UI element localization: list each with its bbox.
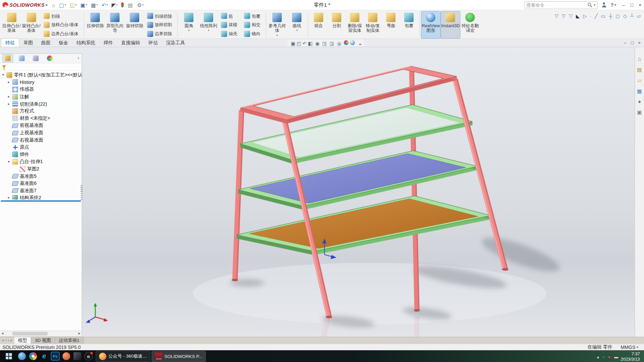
tree-item[interactable]: 右视基准面: [0, 137, 82, 144]
view-orientation-icon[interactable]: ◳▾: [322, 39, 326, 47]
tree-item[interactable]: 基准面5: [0, 172, 82, 180]
displaymanager-tab[interactable]: [44, 54, 55, 62]
sketch-tool-icon[interactable]: ◇: [623, 13, 627, 18]
tray-alert-icon[interactable]: ●: [608, 353, 610, 360]
ribbon-button[interactable]: 相交: [242, 21, 264, 29]
search-caret-icon[interactable]: ▾: [594, 3, 595, 7]
app-dark-icon[interactable]: [72, 350, 83, 362]
configurationmanager-tab[interactable]: [31, 54, 41, 62]
expand-arrow-icon[interactable]: ▾: [1, 73, 5, 77]
task-360-browser[interactable]: 公众号 - 360极速…: [96, 351, 150, 362]
point-icon[interactable]: ∙: [590, 13, 591, 18]
file-explorer-icon[interactable]: ▱: [637, 77, 641, 83]
ribbon-button[interactable]: 放样切割: [145, 21, 175, 29]
ribbon-button[interactable]: 删除/保留实体: [346, 11, 364, 39]
expand-arrow-icon[interactable]: ▾: [7, 160, 11, 164]
ribbon-button[interactable]: 筋: [219, 12, 241, 20]
ribbon-button[interactable]: 异型孔向导: [105, 11, 125, 39]
scrollbar-track[interactable]: [5, 332, 77, 335]
resources-icon[interactable]: ⌂: [638, 56, 641, 62]
rebuild-icon[interactable]: [121, 2, 124, 7]
zoom-fit-icon[interactable]: ▣: [291, 39, 293, 47]
tray-expand-icon[interactable]: ▴: [597, 353, 599, 360]
tree-item[interactable]: ▾ 零件1 (默认<按加工工艺><<默认>_显示状: [0, 71, 82, 79]
ribbon-button[interactable]: 拔模: [219, 21, 241, 29]
new-document-icon[interactable]: ▢ ▾: [59, 2, 66, 8]
browser-360-icon[interactable]: o: [83, 350, 94, 362]
tab-scroll-end-icon[interactable]: »: [10, 338, 12, 342]
minimize-button[interactable]: –: [622, 2, 625, 8]
filter-edges-icon[interactable]: ▽: [562, 13, 565, 18]
user-account-icon[interactable]: [601, 2, 607, 8]
open-icon[interactable]: ◱ ▾: [70, 2, 77, 8]
tab-scroll-start-icon[interactable]: «: [2, 338, 4, 342]
section-view-icon[interactable]: ◧▾: [308, 39, 312, 47]
save-icon[interactable]: ▣ ▾: [80, 2, 87, 8]
browser-blue-icon[interactable]: [16, 350, 28, 362]
command-tab[interactable]: 草图: [19, 39, 37, 47]
ribbon-button[interactable]: 特征名翻译宏: [460, 11, 480, 39]
brand-expand-icon[interactable]: ▸: [46, 3, 48, 7]
ribbon-button[interactable]: 拉伸凸台/基体: [2, 11, 21, 39]
filter-icon[interactable]: [2, 65, 6, 68]
view-settings-icon[interactable]: ◒▾: [359, 39, 361, 47]
ribbon-button[interactable]: 线性阵列 ▾: [199, 11, 218, 39]
deselect-icon[interactable]: ▷: [583, 13, 587, 18]
scrollbar-thumb[interactable]: [12, 332, 48, 335]
doc-minimize-button[interactable]: –: [624, 40, 626, 45]
tab-scroll-left-icon[interactable]: ‹: [5, 338, 7, 342]
task-solidworks[interactable]: 2019 SOLIDWORKS P...: [152, 351, 206, 362]
document-tab[interactable]: 3D 视图: [31, 337, 55, 344]
ribbon-button[interactable]: 扫描: [42, 12, 82, 20]
zoom-area-icon[interactable]: ◰: [297, 39, 299, 47]
command-tab[interactable]: 结构系统: [72, 39, 99, 47]
previous-view-icon[interactable]: ↶: [303, 39, 304, 47]
ribbon-button[interactable]: 旋转凸台/基体: [21, 11, 41, 39]
filter-faces-icon[interactable]: ▽: [569, 13, 573, 18]
browser-multi-icon[interactable]: [28, 350, 39, 362]
featuremanager-tab[interactable]: [2, 54, 13, 62]
doc-restore-button[interactable]: □: [631, 40, 634, 45]
tree-item[interactable]: 草图2: [0, 165, 82, 173]
tree-item[interactable]: 材质 <未指定>: [0, 115, 82, 122]
ribbon-button[interactable]: 弯曲: [382, 11, 400, 39]
command-tab[interactable]: 钣金: [55, 39, 72, 47]
custom-properties-icon[interactable]: ▣: [637, 110, 642, 115]
rollback-bar[interactable]: [1, 200, 81, 202]
edit-appearance-icon[interactable]: [344, 39, 346, 47]
command-tab[interactable]: 渲染工具: [162, 39, 189, 47]
home-icon[interactable]: ⌂: [52, 2, 55, 8]
scroll-right-icon[interactable]: ►: [78, 332, 81, 335]
command-tab[interactable]: 特征: [1, 38, 19, 47]
propertymanager-tab[interactable]: [16, 54, 27, 62]
ribbon-button[interactable]: Instant3D: [441, 11, 460, 39]
tree-item[interactable]: ▸ 结构系统2: [0, 194, 82, 200]
command-tab[interactable]: 焊件: [99, 39, 117, 47]
undo-icon[interactable]: ↶ ▾: [102, 2, 108, 8]
browser-red-icon[interactable]: [61, 350, 72, 362]
axis-icon[interactable]: ┼: [609, 13, 612, 18]
annotation-views-icon[interactable]: ◉▾: [315, 39, 318, 47]
ribbon-button[interactable]: 扫描切除: [145, 12, 175, 20]
expand-arrow-icon[interactable]: ▸: [7, 196, 11, 200]
start-button[interactable]: [1, 350, 16, 362]
ribbon-button[interactable]: 曲线 ▾: [287, 11, 307, 39]
ribbon-button[interactable]: 旋转切除: [125, 11, 145, 39]
panel-splitter-grip[interactable]: [81, 185, 83, 200]
tray-volume-icon[interactable]: ▬: [614, 353, 618, 360]
tree-item[interactable]: ▾ 凸台-拉伸1: [0, 158, 82, 165]
select-icon[interactable]: ◤ ▾: [112, 2, 118, 8]
help-button[interactable]: ? ▾: [610, 2, 616, 8]
doc-close-button[interactable]: ×: [638, 40, 641, 45]
options-icon[interactable]: ⚙ ▾: [137, 2, 144, 8]
tree-item[interactable]: 基准面6: [0, 180, 82, 187]
plane-tool-icon[interactable]: ▭: [601, 13, 606, 18]
panel-horizontal-scrollbar[interactable]: ◄ ►: [0, 330, 82, 336]
apply-scene-icon[interactable]: ▾: [350, 39, 355, 47]
ribbon-button[interactable]: 放样凸台/基体: [42, 21, 82, 29]
ribbon-button[interactable]: 移动/复制实体: [364, 11, 382, 39]
command-tab[interactable]: 评估: [144, 39, 162, 47]
command-tab[interactable]: 曲面: [37, 39, 55, 47]
tree-item[interactable]: 基准面7: [0, 187, 82, 194]
internet-explorer-icon[interactable]: e: [39, 350, 50, 362]
